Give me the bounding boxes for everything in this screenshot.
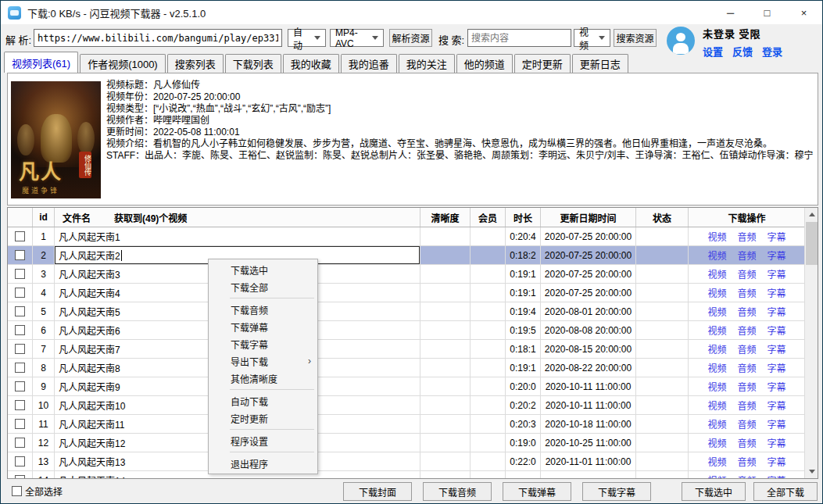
table-row[interactable]: 9凡人风起天南90:20:02020-10-11 11:00:00视频音频字幕 [8,377,818,396]
download-video-link[interactable]: 视频 [707,267,726,281]
download-audio-link[interactable]: 音频 [737,230,756,243]
minimize-button[interactable]: ─ [712,1,749,24]
menu-item-下载字幕[interactable]: 下载字幕 [209,335,317,352]
download-video-link[interactable]: 视频 [707,455,726,468]
download-audio-link[interactable]: 音频 [737,361,756,374]
download-audio-link[interactable]: 音频 [737,342,756,356]
table-row[interactable]: 5凡人风起天南50:19:42020-08-01 20:00:00视频音频字幕 [8,302,818,321]
download-subtitle-link[interactable]: 字幕 [768,417,786,431]
scroll-down-icon[interactable] [805,465,818,478]
download-video-link[interactable]: 视频 [707,436,726,449]
row-checkbox[interactable] [15,269,25,279]
download-all-button[interactable]: 全部下载 [753,482,818,501]
download-video-link[interactable]: 视频 [707,380,726,393]
search-input[interactable] [471,30,567,46]
menu-item-导出下载[interactable]: 导出下载› [209,352,317,370]
menu-item-下载选中[interactable]: 下载选中 [209,261,317,278]
download-subtitle-link[interactable]: 字幕 [768,305,786,318]
download-subtitle-link[interactable]: 字幕 [768,474,786,479]
table-row[interactable]: 10凡人风起天南100:20:22020-10-11 11:00:00视频音频字… [8,396,818,415]
download-danmaku-button[interactable]: 下载弹幕 [503,482,571,501]
download-subtitle-link[interactable]: 字幕 [768,399,786,412]
tab-他的频道[interactable]: 他的频道 [456,54,513,73]
scroll-up-icon[interactable] [805,208,818,221]
table-row[interactable]: 4凡人风起天南40:19:12020-07-25 20:00:00视频音频字幕 [8,284,818,302]
search-type-select[interactable]: 视频 [574,29,610,47]
vertical-scrollbar[interactable] [804,208,818,478]
tab-定时更新[interactable]: 定时更新 [514,54,571,73]
row-checkbox[interactable] [15,419,25,429]
download-subtitle-button[interactable]: 下载字幕 [582,482,651,501]
menu-item-其他清晰度[interactable]: 其他清晰度 [209,370,317,387]
download-subtitle-link[interactable]: 字幕 [768,323,786,337]
tab-更新日志[interactable]: 更新日志 [572,54,628,73]
tab-视频列表(61)[interactable]: 视频列表(61) [4,52,78,73]
tab-我的收藏[interactable]: 我的收藏 [283,54,339,73]
table-row[interactable]: 3凡人风起天南30:19:12020-07-25 20:00:00视频音频字幕 [8,265,818,284]
format-select[interactable]: MP4-AVC [330,29,384,47]
table-row[interactable]: 7凡人风起天南70:18:12020-08-15 20:00:00视频音频字幕 [8,340,818,359]
menu-item-退出程序[interactable]: 退出程序 [209,455,317,472]
download-audio-button[interactable]: 下载音频 [423,482,492,501]
menu-item-下载音频[interactable]: 下载音频 [209,301,317,318]
menu-item-下载弹幕[interactable]: 下载弹幕 [209,318,317,335]
download-audio-link[interactable]: 音频 [737,305,756,318]
download-subtitle-link[interactable]: 字幕 [768,267,786,281]
tab-作者视频(1000)[interactable]: 作者视频(1000) [80,54,166,73]
scrollbar-thumb[interactable] [806,222,818,265]
table-row[interactable]: 1凡人风起天南10:20:42020-07-25 20:00:00视频音频字幕 [8,227,818,246]
row-checkbox[interactable] [15,363,25,373]
download-audio-link[interactable]: 音频 [737,248,756,262]
table-row[interactable]: 8凡人风起天南80:19:12020-08-22 20:00:00视频音频字幕 [8,359,818,377]
download-audio-link[interactable]: 音频 [737,436,756,449]
tab-下载列表[interactable]: 下载列表 [225,54,281,73]
menu-item-定时更新[interactable]: 定时更新 [209,409,317,427]
download-audio-link[interactable]: 音频 [737,286,756,299]
close-button[interactable]: × [785,1,822,24]
download-video-link[interactable]: 视频 [707,286,726,299]
url-input[interactable] [38,30,278,46]
menu-item-自动下载[interactable]: 自动下载 [209,392,317,409]
download-video-link[interactable]: 视频 [707,248,726,262]
row-checkbox[interactable] [15,438,25,448]
table-row[interactable]: 6凡人风起天南60:19:52020-08-08 20:00:00视频音频字幕 [8,321,818,340]
table-row[interactable]: 13凡人风起天南130:22:02020-11-01 11:00:00视频音频字… [8,452,818,471]
download-subtitle-link[interactable]: 字幕 [768,436,786,449]
download-subtitle-link[interactable]: 字幕 [768,248,786,262]
menu-item-下载全部[interactable]: 下载全部 [209,278,317,295]
download-selected-button[interactable]: 下载选中 [682,482,746,501]
download-video-link[interactable]: 视频 [707,399,726,412]
parse-resource-button[interactable]: 解析资源 [389,29,432,47]
row-checkbox[interactable] [15,325,25,335]
table-row[interactable]: 2凡人风起天南20:18:22020-07-25 20:00:00视频音频字幕 [8,246,818,265]
download-subtitle-link[interactable]: 字幕 [768,361,786,374]
row-checkbox[interactable] [15,456,25,466]
download-audio-link[interactable]: 音频 [737,380,756,393]
download-subtitle-link[interactable]: 字幕 [768,455,786,468]
download-audio-link[interactable]: 音频 [737,399,756,412]
download-video-link[interactable]: 视频 [707,361,726,374]
table-row[interactable]: 11凡人风起天南110:20:32020-10-18 11:00:00视频音频字… [8,415,818,434]
maximize-button[interactable]: □ [749,1,785,24]
download-video-link[interactable]: 视频 [707,305,726,318]
tab-搜索列表[interactable]: 搜索列表 [167,54,224,73]
download-audio-link[interactable]: 音频 [737,267,756,281]
download-subtitle-link[interactable]: 字幕 [768,342,786,356]
tab-我的关注[interactable]: 我的关注 [399,54,455,73]
download-subtitle-link[interactable]: 字幕 [768,380,786,393]
download-audio-link[interactable]: 音频 [737,455,756,468]
download-video-link[interactable]: 视频 [707,474,726,479]
download-audio-link[interactable]: 音频 [737,323,756,337]
row-checkbox[interactable] [15,306,25,316]
download-video-link[interactable]: 视频 [707,342,726,356]
download-video-link[interactable]: 视频 [707,323,726,337]
tab-我的追番[interactable]: 我的追番 [341,54,397,73]
download-subtitle-link[interactable]: 字幕 [768,286,786,299]
download-video-link[interactable]: 视频 [707,417,726,431]
select-all-checkbox[interactable] [12,486,22,496]
download-audio-link[interactable]: 音频 [737,474,756,479]
table-row[interactable]: 14凡人风起天南14视频音频字幕 [8,471,818,479]
table-row[interactable]: 12凡人风起天南120:19:02020-10-25 11:00:00视频音频字… [8,434,818,452]
row-checkbox[interactable] [15,288,25,298]
mode-select[interactable]: 自动 [288,29,326,47]
